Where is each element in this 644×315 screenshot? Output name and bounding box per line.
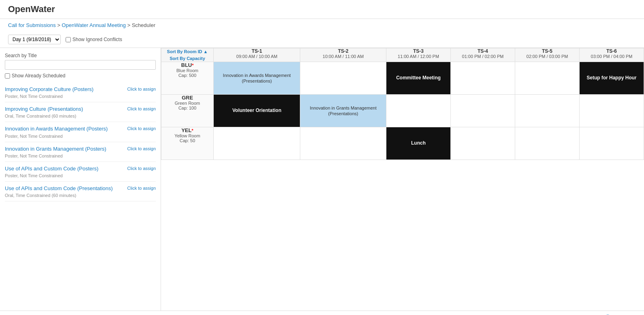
click-to-assign-0[interactable]: Click to assign [127,87,156,91]
sched-cell-GRE-TS-3[interactable] [386,95,450,127]
submission-item: Use of APIs and Custom Code (Presentatio… [5,182,156,201]
submission-title-3[interactable]: Innovation in Grants Management (Posters… [5,145,124,153]
room-cap-BLU: Cap: 500 [161,73,213,78]
submission-item-left-0: Improving Corporate Culture (Posters) Po… [5,86,124,99]
submission-item: Innovation in Awards Management (Posters… [5,122,156,142]
ts-1-id: TS-1 [214,48,300,54]
sched-cell-BLU-TS-4[interactable] [450,62,515,95]
breadcrumb-scheduler: Scheduler [132,22,155,28]
room-cap-YEL: Cap: 50 [161,138,213,143]
empty-YEL-TS-6 [580,127,644,160]
submission-meta-3: Poster, Not Time Constrained [5,153,124,158]
event-GRE-TS-2[interactable]: Innovation in Grants Management (Present… [300,95,386,127]
main-layout: Search by Title Show Already Scheduled I… [0,48,644,311]
sched-cell-BLU-TS-1[interactable]: Innovation in Awards Management (Present… [214,62,300,95]
show-ignored-checkbox[interactable] [66,37,71,42]
room-row-BLU: BLU* Blue Room Cap: 500Innovation in Awa… [161,62,644,95]
click-to-assign-5[interactable]: Click to assign [127,186,156,191]
submission-list: Improving Corporate Culture (Posters) Po… [5,83,156,201]
sched-cell-YEL-TS-1[interactable] [214,127,300,160]
submission-meta-0: Poster, Not Time Constrained [5,94,124,99]
submission-item-left-5: Use of APIs and Custom Code (Presentatio… [5,185,124,198]
show-scheduled-text: Show Already Scheduled [12,73,65,79]
ts-4-id: TS-4 [451,48,515,54]
show-ignored-label[interactable]: Show Ignored Conflicts [66,37,122,42]
event-GRE-TS-1[interactable]: Volunteer Orientation [214,95,300,127]
empty-YEL-TS-5 [515,127,579,160]
click-to-assign-1[interactable]: Click to assign [127,106,156,111]
event-BLU-TS-1[interactable]: Innovation in Awards Management (Present… [214,62,300,94]
sched-cell-YEL-TS-2[interactable] [300,127,386,160]
click-to-assign-4[interactable]: Click to assign [127,166,156,171]
show-scheduled-label[interactable]: Show Already Scheduled [5,73,156,79]
show-scheduled-checkbox[interactable] [5,73,10,79]
room-id-BLU: BLU* [161,62,213,68]
event-BLU-TS-6[interactable]: Setup for Happy Hour [580,62,644,94]
submission-title-1[interactable]: Improving Culture (Presentations) [5,106,124,113]
breadcrumb-call-for-submissions[interactable]: Call for Submissions [8,22,56,28]
room-name-BLU: Blue Room [161,68,213,73]
empty-YEL-TS-4 [451,127,515,160]
empty-GRE-TS-6 [580,95,644,127]
room-name-YEL: Yellow Room [161,133,213,138]
sched-cell-BLU-TS-5[interactable] [515,62,579,95]
sidebar: Search by Title Show Already Scheduled I… [0,48,161,311]
submission-meta-4: Poster, Not Time Constrained [5,173,124,178]
event-BLU-TS-3[interactable]: Committee Meeting [386,62,450,94]
scheduler-table: Sort By Room ID ▲ Sort By Capacity TS-1 … [161,48,644,160]
sched-cell-YEL-TS-3[interactable]: Lunch [386,127,450,160]
sched-cell-GRE-TS-6[interactable] [579,95,644,127]
sort-by-room-id[interactable]: Sort By Room ID ▲ [161,48,213,55]
show-ignored-text: Show Ignored Conflicts [72,37,122,42]
room-cell-BLU: BLU* Blue Room Cap: 500 [161,62,214,95]
sched-cell-BLU-TS-3[interactable]: Committee Meeting [386,62,450,95]
sched-cell-GRE-TS-4[interactable] [450,95,515,127]
sched-cell-YEL-TS-5[interactable] [515,127,579,160]
ts-2-id: TS-2 [300,48,386,54]
submission-item-left-1: Improving Culture (Presentations) Oral, … [5,106,124,118]
empty-YEL-TS-2 [300,127,386,160]
submission-item-left-3: Innovation in Grants Management (Posters… [5,145,124,158]
sched-cell-YEL-TS-6[interactable] [579,127,644,160]
room-id-YEL: YEL* [161,127,213,133]
ts-header-2: TS-2 10:00 AM / 11:00 AM [300,48,386,62]
submission-item: Use of APIs and Custom Code (Posters) Po… [5,162,156,182]
submission-meta-2: Poster, Not Time Constrained [5,134,124,139]
submission-title-5[interactable]: Use of APIs and Custom Code (Presentatio… [5,185,124,192]
sort-by-capacity[interactable]: Sort By Capacity [161,55,213,62]
submission-title-0[interactable]: Improving Corporate Culture (Posters) [5,86,124,93]
ts-header-5: TS-5 02:00 PM / 03:00 PM [515,48,579,62]
empty-YEL-TS-1 [214,127,300,160]
ts-1-time: 09:00 AM / 10:00 AM [214,54,300,59]
empty-BLU-TS-5 [515,62,579,94]
empty-BLU-TS-2 [300,62,386,94]
ts-5-id: TS-5 [515,48,579,54]
click-to-assign-2[interactable]: Click to assign [127,126,156,131]
sched-cell-GRE-TS-1[interactable]: Volunteer Orientation [214,95,300,127]
ts-header-3: TS-3 11:00 AM / 12:00 PM [386,48,450,62]
ts-4-time: 01:00 PM / 02:00 PM [451,54,515,59]
event-YEL-TS-3[interactable]: Lunch [386,127,450,160]
sched-cell-BLU-TS-2[interactable] [300,62,386,95]
click-to-assign-3[interactable]: Click to assign [127,146,156,151]
toolbar: Day 1 (9/18/2018) Day 2 (9/19/2018) Show… [0,31,644,48]
submission-meta-5: Oral, Time Constrained (60 minutes) [5,193,124,198]
sort-header-cell: Sort By Room ID ▲ Sort By Capacity [161,48,214,62]
empty-BLU-TS-4 [451,62,515,94]
sched-cell-YEL-TS-4[interactable] [450,127,515,160]
submission-title-4[interactable]: Use of APIs and Custom Code (Posters) [5,165,124,172]
empty-GRE-TS-5 [515,95,579,127]
ts-header-1: TS-1 09:00 AM / 10:00 AM [214,48,300,62]
sched-cell-GRE-TS-2[interactable]: Innovation in Grants Management (Present… [300,95,386,127]
room-name-GRE: Green Room [161,101,213,106]
search-input[interactable] [5,60,156,70]
scheduler: Sort By Room ID ▲ Sort By Capacity TS-1 … [161,48,644,311]
empty-GRE-TS-3 [386,95,450,127]
submission-title-2[interactable]: Innovation in Awards Management (Posters… [5,125,124,133]
breadcrumb-annual-meeting[interactable]: OpenWater Annual Meeting [62,22,126,28]
sched-cell-BLU-TS-6[interactable]: Setup for Happy Hour [579,62,644,95]
footer: © 2019 | Powered by OpenWater | Privacy … [0,311,644,315]
sched-cell-GRE-TS-5[interactable] [515,95,579,127]
submission-item: Improving Culture (Presentations) Oral, … [5,102,156,122]
day-select[interactable]: Day 1 (9/18/2018) Day 2 (9/19/2018) [8,35,61,44]
